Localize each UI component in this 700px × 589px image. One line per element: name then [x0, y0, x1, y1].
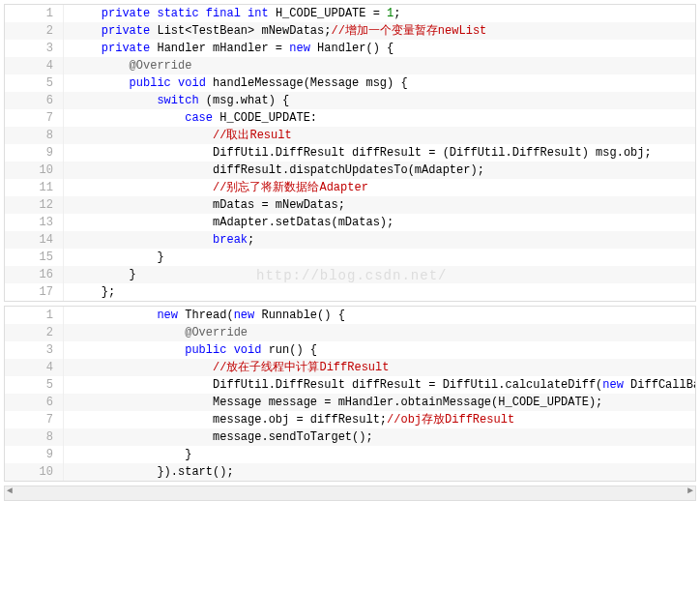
- line-number: 9: [5, 446, 64, 463]
- line-code: public void run() {: [64, 341, 695, 359]
- code-line: 8 //取出Result: [5, 127, 695, 144]
- line-code: //放在子线程中计算DiffResult: [64, 359, 695, 376]
- code-line: 13 mAdapter.setDatas(mDatas);: [5, 214, 695, 231]
- line-code: case H_CODE_UPDATE:: [64, 109, 695, 127]
- code-line: 11 //别忘了将新数据给Adapter: [5, 179, 695, 196]
- line-number: 7: [5, 411, 64, 428]
- line-code: //别忘了将新数据给Adapter: [64, 179, 695, 196]
- code-line: 8 message.sendToTarget();: [5, 428, 695, 446]
- line-code: }).start();: [64, 463, 695, 481]
- line-code: DiffUtil.DiffResult diffResult = (DiffUt…: [64, 144, 695, 162]
- line-number: 1: [5, 307, 64, 324]
- line-code: mDatas = mNewDatas;: [64, 196, 695, 214]
- code-line: 10 }).start();: [5, 463, 695, 481]
- line-number: 10: [5, 162, 64, 179]
- line-code: message.obj = diffResult;//obj存放DiffResu…: [64, 411, 695, 428]
- line-code: mAdapter.setDatas(mDatas);: [64, 214, 695, 231]
- line-number: 5: [5, 376, 64, 394]
- code-block-2: 1 new Thread(new Runnable() {2 @Override…: [4, 306, 696, 482]
- line-code: @Override: [64, 57, 695, 74]
- code-line: 4 //放在子线程中计算DiffResult: [5, 359, 695, 376]
- line-number: 2: [5, 22, 64, 40]
- code-line: 10 diffResult.dispatchUpdatesTo(mAdapter…: [5, 162, 695, 179]
- code-lines-1: 1 private static final int H_CODE_UPDATE…: [5, 5, 695, 301]
- code-line: 6 switch (msg.what) {: [5, 92, 695, 109]
- line-code: diffResult.dispatchUpdatesTo(mAdapter);: [64, 162, 695, 179]
- code-line: 2 private List<TestBean> mNewDatas;//增加一…: [5, 22, 695, 40]
- code-line: 9 }: [5, 446, 695, 463]
- code-line: 2 @Override: [5, 324, 695, 341]
- line-code: }: [64, 249, 695, 266]
- line-code: message.sendToTarget();: [64, 428, 695, 446]
- line-number: 15: [5, 249, 64, 266]
- line-code: new Thread(new Runnable() {: [64, 307, 695, 324]
- line-number: 8: [5, 127, 64, 144]
- line-number: 6: [5, 394, 64, 411]
- line-code: private Handler mHandler = new Handler()…: [64, 40, 695, 57]
- code-line: 1 new Thread(new Runnable() {: [5, 307, 695, 324]
- line-code: }: [64, 266, 695, 283]
- line-number: 17: [5, 283, 64, 301]
- line-code: private List<TestBean> mNewDatas;//增加一个变…: [64, 22, 695, 40]
- code-line: 14 break;: [5, 231, 695, 249]
- line-number: 12: [5, 196, 64, 214]
- line-code: }: [64, 446, 695, 463]
- line-number: 9: [5, 144, 64, 162]
- line-code: @Override: [64, 324, 695, 341]
- code-line: 16 }: [5, 266, 695, 283]
- code-line: 3 private Handler mHandler = new Handler…: [5, 40, 695, 57]
- line-code: break;: [64, 231, 695, 249]
- code-line: 5 public void handleMessage(Message msg)…: [5, 74, 695, 92]
- line-number: 14: [5, 231, 64, 249]
- code-lines-2: 1 new Thread(new Runnable() {2 @Override…: [5, 307, 695, 481]
- line-code: //取出Result: [64, 127, 695, 144]
- line-number: 6: [5, 92, 64, 109]
- line-number: 3: [5, 341, 64, 359]
- code-line: 6 Message message = mHandler.obtainMessa…: [5, 394, 695, 411]
- line-number: 13: [5, 214, 64, 231]
- code-line: 15 }: [5, 249, 695, 266]
- code-block-1: http://blog.csdn.net/ 1 private static f…: [4, 4, 696, 302]
- line-number: 16: [5, 266, 64, 283]
- code-line: 3 public void run() {: [5, 341, 695, 359]
- line-number: 3: [5, 40, 64, 57]
- line-code: switch (msg.what) {: [64, 92, 695, 109]
- line-number: 4: [5, 359, 64, 376]
- code-line: 7 case H_CODE_UPDATE:: [5, 109, 695, 127]
- code-line: 12 mDatas = mNewDatas;: [5, 196, 695, 214]
- line-number: 5: [5, 74, 64, 92]
- code-line: 9 DiffUtil.DiffResult diffResult = (Diff…: [5, 144, 695, 162]
- line-code: Message message = mHandler.obtainMessage…: [64, 394, 695, 411]
- line-code: };: [64, 283, 695, 301]
- code-line: 5 DiffUtil.DiffResult diffResult = DiffU…: [5, 376, 695, 394]
- line-number: 7: [5, 109, 64, 127]
- line-number: 8: [5, 428, 64, 446]
- code-line: 1 private static final int H_CODE_UPDATE…: [5, 5, 695, 22]
- code-line: 17 };: [5, 283, 695, 301]
- code-line: 7 message.obj = diffResult;//obj存放DiffRe…: [5, 411, 695, 428]
- line-number: 11: [5, 179, 64, 196]
- code-line: 4 @Override: [5, 57, 695, 74]
- horizontal-scrollbar[interactable]: [4, 486, 696, 501]
- line-number: 4: [5, 57, 64, 74]
- line-number: 10: [5, 463, 64, 481]
- line-code: public void handleMessage(Message msg) {: [64, 74, 695, 92]
- line-number: 1: [5, 5, 64, 22]
- line-code: private static final int H_CODE_UPDATE =…: [64, 5, 695, 22]
- line-number: 2: [5, 324, 64, 341]
- line-code: DiffUtil.DiffResult diffResult = DiffUti…: [64, 376, 695, 394]
